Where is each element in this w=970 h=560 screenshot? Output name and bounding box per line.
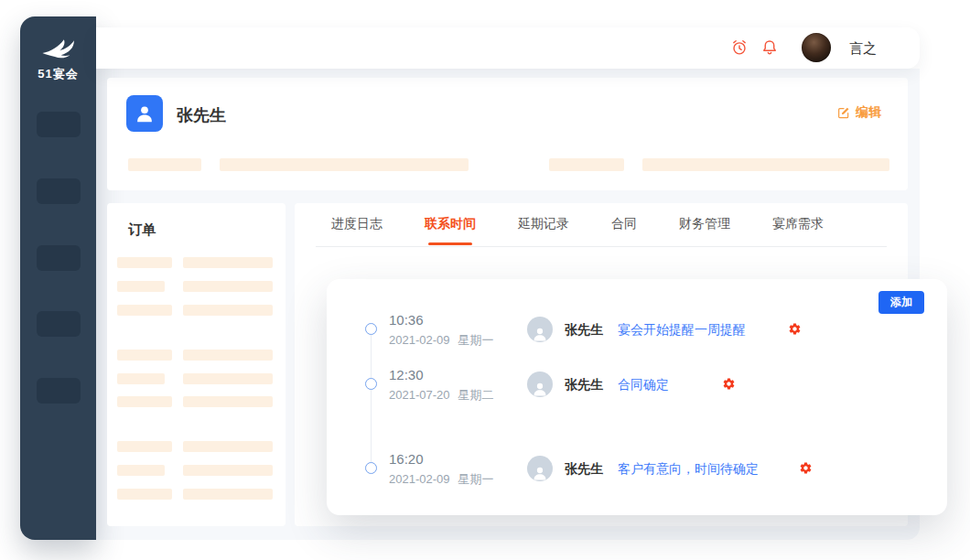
sidebar-menu-placeholder[interactable] (37, 245, 81, 271)
timeline-entry: 10:36 2021-02-09星期一 张先生 宴会开始提醒一周提醒 (327, 309, 947, 350)
entry-weekday: 星期一 (458, 472, 494, 486)
entry-date-value: 2021-07-20 (389, 388, 450, 402)
entry-avatar (527, 372, 553, 397)
tab-divider (316, 246, 887, 247)
tab-progress-log[interactable]: 进度日志 (331, 216, 383, 249)
order-placeholder (183, 305, 273, 316)
orders-panel: 订单 (107, 203, 286, 526)
customer-avatar (126, 95, 163, 132)
tab-finance[interactable]: 财务管理 (679, 216, 730, 249)
order-placeholder (183, 373, 273, 384)
entry-time: 10:36 (389, 312, 424, 328)
order-placeholder (117, 305, 172, 316)
timeline-dot (365, 462, 377, 474)
customer-name: 张先生 (177, 104, 226, 126)
field-placeholder (642, 158, 889, 171)
edit-pencil-icon (836, 105, 851, 120)
entry-weekday: 星期二 (458, 388, 494, 402)
topbar: 言之 (96, 27, 920, 69)
logo-text: 51宴会 (20, 66, 96, 82)
gear-icon[interactable] (799, 461, 813, 475)
order-placeholder (183, 441, 273, 452)
entry-avatar (527, 317, 553, 342)
entry-name: 张先生 (565, 322, 603, 339)
bell-icon[interactable] (760, 38, 779, 57)
field-placeholder (549, 158, 624, 171)
timeline-dot (365, 323, 377, 335)
sidebar: 51宴会 (20, 16, 96, 540)
app-logo: 51宴会 (20, 37, 96, 82)
timeline-entry: 16:20 2021-02-09星期一 张先生 客户有意向，时间待确定 (327, 448, 947, 489)
tab-contact-time[interactable]: 联系时间 (425, 216, 476, 249)
timeline-entry: 12:30 2021-07-20星期二 张先生 合同确定 (327, 364, 947, 404)
entry-date: 2021-02-09星期一 (389, 471, 494, 488)
tab-contract[interactable]: 合同 (611, 216, 637, 249)
edit-button[interactable]: 编辑 (836, 104, 881, 121)
person-icon (532, 381, 548, 397)
entry-note-link[interactable]: 宴会开始提醒一周提醒 (618, 322, 746, 339)
order-placeholder (183, 281, 273, 292)
gear-icon[interactable] (788, 322, 802, 336)
entry-date-value: 2021-02-09 (389, 472, 450, 486)
order-placeholder (183, 489, 273, 500)
alarm-icon[interactable] (730, 38, 749, 57)
entry-date: 2021-02-09星期一 (389, 332, 494, 349)
order-placeholder (183, 350, 273, 361)
app-window: 言之 51宴会 张先生 编辑 (0, 0, 970, 560)
person-icon (135, 103, 155, 124)
entry-note-link[interactable]: 合同确定 (618, 377, 669, 393)
tab-banquet-needs[interactable]: 宴席需求 (772, 216, 824, 249)
edit-label: 编辑 (856, 104, 881, 121)
orders-panel-title: 订单 (128, 221, 156, 239)
entry-avatar (527, 456, 553, 481)
sidebar-menu-placeholder[interactable] (37, 378, 81, 404)
user-avatar[interactable] (802, 33, 831, 62)
entry-time: 16:20 (389, 451, 424, 467)
order-placeholder (117, 441, 172, 452)
entry-note-link[interactable]: 客户有意向，时间待确定 (618, 461, 759, 478)
entry-name: 张先生 (565, 377, 603, 393)
order-placeholder (183, 465, 273, 476)
entry-weekday: 星期一 (458, 333, 494, 347)
gear-icon[interactable] (722, 377, 736, 391)
order-placeholder (117, 489, 172, 500)
order-placeholder (183, 396, 273, 407)
order-placeholder (117, 281, 165, 292)
field-placeholder (220, 158, 469, 171)
order-placeholder (117, 257, 172, 268)
entry-date-value: 2021-02-09 (389, 333, 450, 347)
entry-time: 12:30 (389, 367, 424, 382)
order-placeholder (183, 257, 273, 268)
entry-date: 2021-07-20星期二 (389, 387, 494, 404)
order-placeholder (117, 396, 172, 407)
username: 言之 (849, 40, 877, 58)
order-placeholder (117, 465, 165, 476)
sidebar-menu-placeholder[interactable] (37, 311, 81, 337)
entry-name: 张先生 (565, 461, 603, 478)
timeline-dot (365, 378, 377, 390)
person-icon (532, 326, 548, 342)
order-placeholder (117, 373, 165, 384)
field-placeholder (128, 158, 201, 171)
bird-logo-icon (38, 37, 79, 64)
tab-bar: 进度日志 联系时间 延期记录 合同 财务管理 宴席需求 (331, 216, 824, 249)
person-icon (532, 465, 548, 481)
tab-delay-records[interactable]: 延期记录 (518, 216, 569, 249)
customer-header-card: 张先生 编辑 (107, 78, 908, 190)
sidebar-menu-placeholder[interactable] (37, 178, 81, 204)
order-placeholder (117, 350, 172, 361)
sidebar-menu-placeholder[interactable] (37, 112, 81, 137)
contact-timeline-card: 添加 10:36 2021-02-09星期一 张先生 宴会开始提醒一周提醒 12… (327, 279, 947, 515)
